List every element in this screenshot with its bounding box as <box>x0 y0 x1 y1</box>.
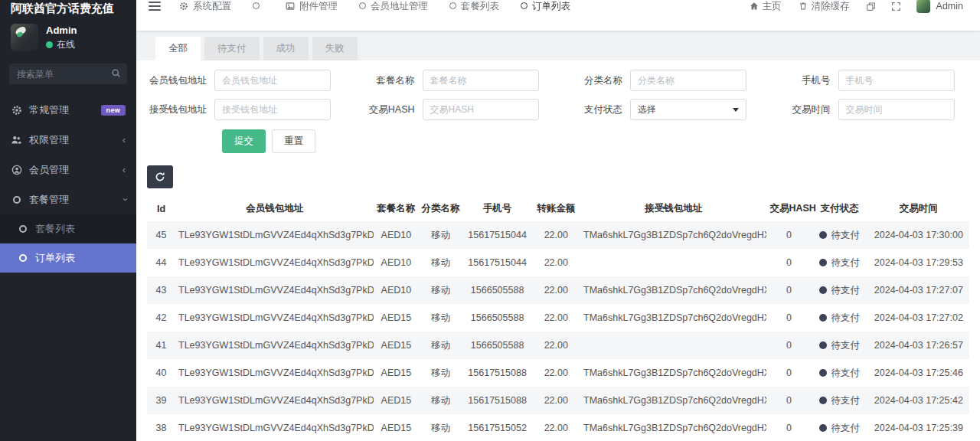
filter-form: 会员钱包地址 套餐名称 分类名称 手机号 接受钱包地址 交易HASH <box>147 70 969 120</box>
col-package[interactable]: 套餐名称 <box>374 196 418 221</box>
cell-status: 待支付 <box>812 332 868 359</box>
user-meta: Admin 在线 <box>46 24 77 51</box>
filter-phone: 手机号 <box>771 70 970 91</box>
tx-time-input[interactable] <box>838 99 955 120</box>
tab-attachments[interactable]: 附件管理 <box>275 0 348 13</box>
cell-category: 移动 <box>418 249 462 276</box>
col-id[interactable]: Id <box>147 196 175 221</box>
sidebar-item-label: 套餐管理 <box>29 193 69 207</box>
users-icon <box>11 135 22 145</box>
filter-pay-status: 支付状态 选择 <box>563 99 762 120</box>
refresh-button[interactable] <box>147 165 173 188</box>
home-link[interactable]: 主页 <box>743 0 789 13</box>
cell-receive-wallet: TMa6shkL7Gg3B1ZDSp7ch6Q2doVregdHX9 <box>580 414 766 441</box>
cell-id: 38 <box>147 414 175 441</box>
tab-label: 订单列表 <box>532 0 570 13</box>
app-title: 阿联酋官方话费充值 <box>0 0 136 16</box>
cell-status: 待支付 <box>812 387 868 414</box>
category-name-input[interactable] <box>630 70 746 91</box>
table-row: 42 TLe93YGW1StDLmGVVZ4Ed4qXhSd3g7PkDd AE… <box>147 304 969 332</box>
cell-receive-wallet <box>580 332 766 359</box>
sidebar-item-packages[interactable]: 套餐管理 ‹ <box>0 185 136 214</box>
member-wallet-input[interactable] <box>214 70 331 91</box>
tab-member-address[interactable]: 会员地址管理 <box>348 0 439 13</box>
cell-package: AED15 <box>374 332 418 359</box>
cell-phone: 15617515044 <box>463 249 532 276</box>
cell-member-wallet: TLe93YGW1StDLmGVVZ4Ed4qXhSd3g7PkDd <box>175 359 374 387</box>
sidebar-search-input[interactable] <box>9 64 127 84</box>
col-hash[interactable]: 交易HASH <box>766 196 811 221</box>
cell-time: 2024-04-03 17:29:53 <box>868 249 969 276</box>
tab-unnamed[interactable] <box>242 1 275 11</box>
tx-hash-input[interactable] <box>423 99 539 120</box>
sidebar-item-order-list[interactable]: 订单列表 <box>0 243 136 273</box>
user-name: Admin <box>46 24 77 36</box>
col-receive-wallet[interactable]: 接受钱包地址 <box>580 196 766 221</box>
tab-system-config[interactable]: 系统配置 <box>168 0 242 13</box>
cell-receive-wallet <box>580 249 766 276</box>
tab-failed[interactable]: 失败 <box>312 37 358 60</box>
cell-phone: 15617515088 <box>463 387 532 414</box>
cell-id: 39 <box>147 387 175 414</box>
circle-icon <box>253 1 260 11</box>
sidebar-item-package-list[interactable]: 套餐列表 <box>0 214 136 243</box>
col-amount[interactable]: 转账金额 <box>532 196 580 221</box>
circle-icon <box>17 225 28 233</box>
cell-id: 45 <box>147 221 175 249</box>
col-status[interactable]: 支付状态 <box>812 196 868 221</box>
package-name-input[interactable] <box>423 70 539 91</box>
phone-input[interactable] <box>838 70 955 91</box>
sidebar-item-permissions[interactable]: 权限管理 ‹ <box>0 125 136 155</box>
cell-phone: 15617515052 <box>463 414 532 441</box>
cell-time: 2024-04-03 17:27:07 <box>868 276 969 304</box>
table-row: 43 TLe93YGW1StDLmGVVZ4Ed4qXhSd3g7PkDd AE… <box>147 276 969 304</box>
user-avatar[interactable] <box>11 24 38 51</box>
sidebar-search <box>9 64 127 84</box>
cell-phone: 1566505588 <box>463 304 532 332</box>
topbar-user-label[interactable]: Admin <box>936 1 972 11</box>
home-label: 主页 <box>763 0 782 13</box>
gear-icon <box>179 2 188 11</box>
col-time[interactable]: 交易时间 <box>868 196 969 221</box>
sidebar-item-label: 权限管理 <box>29 133 69 147</box>
tab-all[interactable]: 全部 <box>155 37 201 60</box>
cell-member-wallet: TLe93YGW1StDLmGVVZ4Ed4qXhSd3g7PkDd <box>175 249 374 276</box>
cell-member-wallet: TLe93YGW1StDLmGVVZ4Ed4qXhSd3g7PkDd <box>175 221 374 249</box>
sidebar-menu: 常规管理 new 权限管理 ‹ 会员管理 ‹ 套餐管理 ‹ 套餐列表 <box>0 95 136 273</box>
tab-order-list[interactable]: 订单列表 <box>510 0 581 13</box>
table-row: 45 TLe93YGW1StDLmGVVZ4Ed4qXhSd3g7PkDd AE… <box>147 221 969 249</box>
sidebar-item-general[interactable]: 常规管理 new <box>0 95 136 125</box>
cell-category: 移动 <box>418 359 462 387</box>
hamburger-icon[interactable] <box>149 2 161 11</box>
pay-status-select[interactable]: 选择 <box>630 99 746 120</box>
image-icon <box>286 2 295 11</box>
circle-icon <box>449 1 456 11</box>
cell-member-wallet: TLe93YGW1StDLmGVVZ4Ed4qXhSd3g7PkDd <box>175 276 374 304</box>
clear-cache-link[interactable]: 清除缓存 <box>792 0 857 13</box>
online-dot-icon <box>46 41 53 48</box>
col-member-wallet[interactable]: 会员钱包地址 <box>175 196 374 221</box>
col-category[interactable]: 分类名称 <box>418 196 462 221</box>
field-label: 交易HASH <box>355 103 423 116</box>
topbar-avatar[interactable] <box>916 0 930 13</box>
status-dot-icon <box>819 231 827 239</box>
table-header: Id 会员钱包地址 套餐名称 分类名称 手机号 转账金额 接受钱包地址 交易HA… <box>147 196 969 221</box>
status-dot-icon <box>819 259 827 266</box>
tab-pending[interactable]: 待支付 <box>204 37 260 60</box>
tab-label: 附件管理 <box>299 0 338 13</box>
cell-time: 2024-04-03 17:27:02 <box>868 304 969 332</box>
new-badge: new <box>101 105 126 116</box>
tab-success[interactable]: 成功 <box>263 37 309 60</box>
receive-wallet-input[interactable] <box>214 99 331 120</box>
reset-button[interactable]: 重置 <box>272 129 315 153</box>
cell-package: AED15 <box>374 414 418 441</box>
col-phone[interactable]: 手机号 <box>463 196 532 221</box>
form-actions: 提交 重置 <box>222 129 969 153</box>
cell-hash: 0 <box>766 276 811 304</box>
tab-package-list[interactable]: 套餐列表 <box>439 0 510 13</box>
status-text: 待支付 <box>831 368 860 378</box>
fullscreen-icon[interactable] <box>885 2 907 11</box>
window-restore-icon[interactable] <box>860 2 882 11</box>
sidebar-item-members[interactable]: 会员管理 ‹ <box>0 155 136 185</box>
submit-button[interactable]: 提交 <box>222 129 266 153</box>
